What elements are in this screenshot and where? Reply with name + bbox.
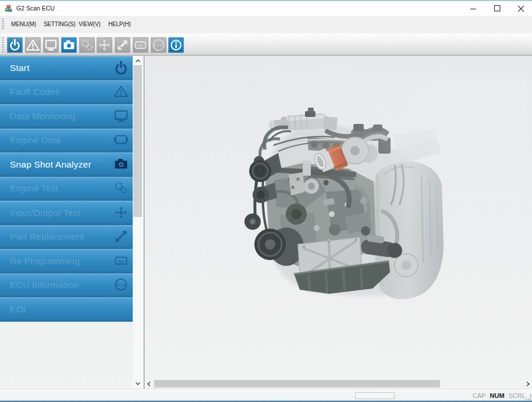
svg-text:Re: Re bbox=[138, 43, 144, 48]
svg-text:ECU: ECU bbox=[116, 282, 126, 287]
svg-text:Re: Re bbox=[118, 258, 125, 264]
svg-text:ECU: ECU bbox=[154, 43, 163, 47]
